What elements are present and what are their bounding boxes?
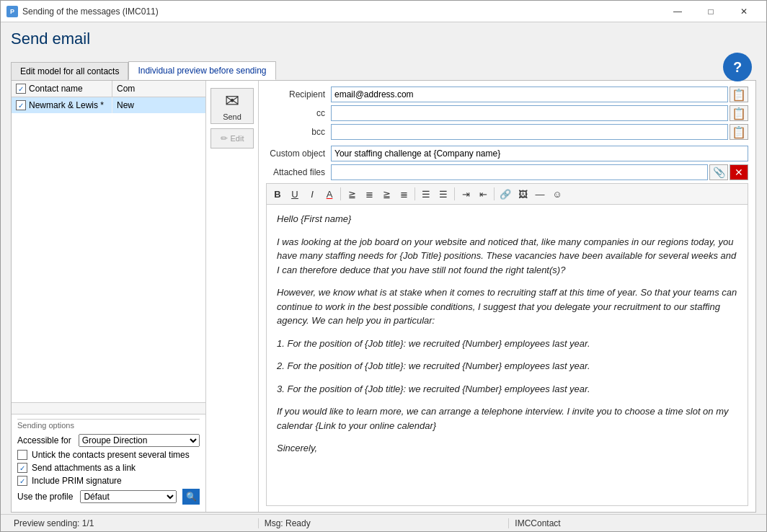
attach-paperclip-icon: 📎 [713, 167, 725, 178]
custom-object-input[interactable] [331, 146, 748, 161]
align-center-button[interactable]: ≣ [361, 186, 377, 202]
email-line-7: If you would like to learn more, we can … [277, 404, 737, 433]
email-line-3: However, we know what is at stake when i… [277, 285, 737, 328]
email-line-1: Hello {First name} [277, 212, 737, 226]
maximize-button[interactable]: □ [694, 1, 727, 22]
edit-pencil-icon: ✏ [221, 133, 228, 143]
page-title: Send email [11, 30, 90, 48]
send-attachments-label: Send attachments as a link [32, 463, 136, 473]
attach-delete-button[interactable]: ✕ [730, 164, 748, 180]
close-button[interactable]: ✕ [727, 1, 761, 22]
window-title: Sending of the messages (IMC011) [22, 6, 657, 17]
send-button[interactable]: ✉ Send [210, 88, 254, 124]
toolbar-sep-4 [494, 187, 495, 200]
sending-options: Sending options Accessible for Groupe Di… [12, 414, 205, 512]
tab-individual-preview[interactable]: Individual preview before sending [128, 61, 275, 80]
contact-row[interactable]: Newmark & Lewis * New [12, 97, 205, 113]
send-attachments-checkbox[interactable] [17, 463, 27, 473]
email-line-6: 3. For the position of {Job title}: we r… [277, 382, 737, 396]
custom-object-row: Custom object [266, 146, 748, 161]
attach-file-button[interactable]: 📎 [709, 164, 728, 180]
accessible-for-row: Accessible for Groupe Direction All Pers… [17, 434, 200, 447]
unordered-list-button[interactable]: ☰ [418, 186, 434, 202]
bcc-label: bcc [266, 127, 331, 137]
editor-toolbar: B U I A ≧ ≣ ≧ ≣ ☰ ☰ ⇥ ⇤ 🔗 [266, 183, 748, 204]
send-attachments-row: Send attachments as a link [17, 463, 200, 473]
bcc-browse-button[interactable]: 📋 [730, 124, 748, 140]
msg-status: Msg: Ready [259, 518, 510, 528]
horizontal-line-button[interactable]: — [532, 186, 548, 202]
minimize-button[interactable]: — [661, 1, 694, 22]
link-button[interactable]: 🔗 [497, 186, 513, 202]
align-right-button[interactable]: ≧ [378, 186, 394, 202]
include-prim-checkbox[interactable] [17, 476, 27, 486]
bcc-input[interactable] [331, 124, 728, 140]
contact-checkbox[interactable] [16, 100, 26, 110]
untick-checkbox[interactable] [17, 450, 27, 460]
contacts-table: Contact name Com Newmark & Lewis * New [12, 81, 205, 402]
image-button[interactable]: 🖼 [515, 186, 531, 202]
untick-label: Untick the contacts present several time… [32, 450, 190, 460]
status-bar: Preview sending: 1/1 Msg: Ready IMCConta… [1, 514, 766, 531]
bcc-row: bcc 📋 [266, 124, 748, 140]
custom-object-label: Custom object [266, 148, 331, 159]
toolbar-sep-1 [340, 187, 341, 200]
align-left-button[interactable]: ≧ [344, 186, 360, 202]
bcc-browse-icon: 📋 [732, 125, 746, 139]
indent-button[interactable]: ⇥ [458, 186, 474, 202]
ordered-list-button[interactable]: ☰ [435, 186, 451, 202]
cc-row: cc 📋 [266, 105, 748, 121]
cc-label: cc [266, 108, 331, 118]
contact-col2-header: Com [112, 81, 205, 97]
contacts-header: Contact name Com [12, 81, 205, 97]
window-controls: — □ ✕ [661, 1, 761, 22]
emoji-button[interactable]: ☺ [549, 186, 565, 202]
horizontal-scrollbar[interactable] [12, 402, 205, 414]
recipient-row: Recipient 📋 [266, 87, 748, 102]
recipient-input[interactable] [331, 87, 728, 102]
send-envelope-icon: ✉ [225, 91, 239, 111]
left-panel: Contact name Com Newmark & Lewis * New [12, 81, 206, 512]
editor-area[interactable]: Hello {First name} I was looking at the … [266, 204, 748, 506]
recipient-label: Recipient [266, 89, 331, 99]
tab-edit-model[interactable]: Edit model for all contacts [11, 62, 128, 80]
outdent-button[interactable]: ⇤ [475, 186, 491, 202]
preview-status: Preview sending: 1/1 [8, 518, 259, 528]
contacts-body: Newmark & Lewis * New [12, 97, 205, 113]
help-button[interactable]: ? [723, 53, 752, 81]
contact-status: IMCContact [509, 518, 759, 528]
accessible-for-select[interactable]: Groupe Direction All Personal [79, 434, 200, 447]
italic-button[interactable]: I [304, 186, 320, 202]
title-bar: P Sending of the messages (IMC011) — □ ✕ [1, 1, 766, 22]
color-button[interactable]: A [322, 186, 337, 202]
use-profile-label: Use the profile [17, 492, 73, 502]
contact-name-header: Contact name [12, 81, 112, 97]
bold-button[interactable]: B [270, 186, 285, 202]
email-line-5: 2. For the position of {Job title}: we r… [277, 359, 737, 373]
sending-options-label: Sending options [17, 419, 200, 430]
email-line-8: Sincerely, [277, 441, 737, 456]
edit-button[interactable]: ✏ Edit [210, 128, 254, 148]
header-checkbox[interactable] [16, 84, 26, 94]
untick-row: Untick the contacts present several time… [17, 450, 200, 460]
main-content: Send email ? Edit model for all contacts… [1, 22, 766, 513]
cc-input[interactable] [331, 105, 728, 121]
contact-name-cell: Newmark & Lewis * [12, 97, 112, 113]
include-prim-row: Include PRIM signature [17, 476, 200, 486]
send-section: ✉ Send ✏ Edit [206, 81, 259, 512]
cc-browse-icon: 📋 [732, 107, 746, 120]
contact-col2-cell: New [112, 97, 205, 113]
include-prim-label: Include PRIM signature [32, 476, 122, 486]
recipient-browse-icon: 📋 [732, 88, 746, 102]
cc-browse-button[interactable]: 📋 [730, 105, 748, 121]
attach-delete-icon: ✕ [735, 167, 743, 178]
justify-button[interactable]: ≣ [396, 186, 412, 202]
right-panel: Recipient 📋 cc 📋 bcc [259, 81, 755, 512]
attached-files-input[interactable] [331, 164, 708, 180]
profile-search-button[interactable]: 🔍 [182, 489, 200, 505]
recipient-browse-button[interactable]: 📋 [730, 87, 748, 102]
profile-select[interactable]: Défaut Default Custom [80, 490, 177, 503]
app-icon: P [6, 6, 18, 17]
underline-button[interactable]: U [287, 186, 303, 202]
content-area: Contact name Com Newmark & Lewis * New [11, 80, 756, 513]
